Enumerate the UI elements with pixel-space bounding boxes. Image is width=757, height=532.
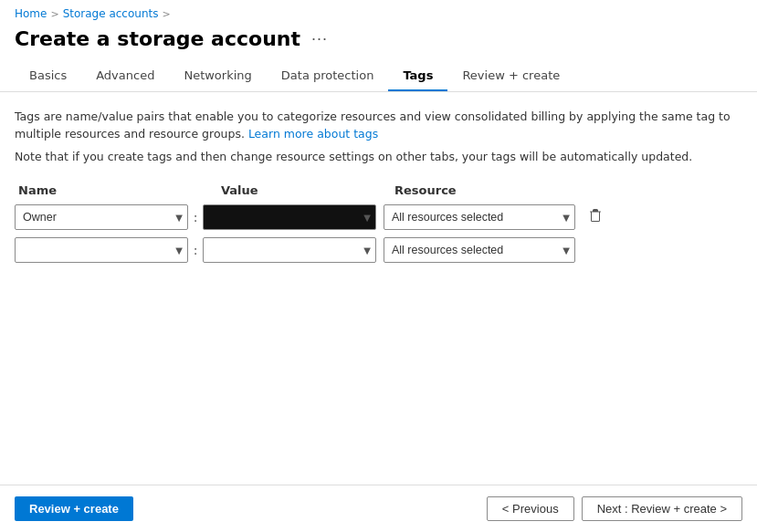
resource-field-2[interactable]: All resources selected ▼	[384, 237, 575, 263]
name-select-2[interactable]	[15, 237, 188, 263]
footer-bar: Review + create < Previous Next : Review…	[0, 485, 757, 532]
page-header: Create a storage account ···	[0, 24, 757, 61]
name-select-1[interactable]: Owner	[15, 204, 188, 230]
value-field-2[interactable]: ▼	[203, 237, 376, 263]
resource-select-2[interactable]: All resources selected	[384, 237, 575, 263]
table-row: Owner ▼ : ▼ All resources	[15, 204, 727, 230]
trash-icon	[588, 209, 603, 224]
breadcrumb-sep1: >	[50, 8, 58, 20]
col-header-name: Name	[15, 183, 188, 197]
tags-header-row: Name Value Resource	[15, 183, 727, 197]
colon-1: :	[188, 210, 203, 224]
learn-more-link[interactable]: Learn more about tags	[248, 127, 378, 141]
breadcrumb-home[interactable]: Home	[15, 7, 47, 20]
previous-button[interactable]: < Previous	[487, 496, 574, 521]
colon-2: :	[188, 243, 203, 257]
table-row: ▼ : ▼ All resources selected	[15, 237, 727, 263]
resource-field-1[interactable]: All resources selected ▼	[384, 204, 575, 230]
tags-table: Name Value Resource Owner ▼ :	[15, 183, 727, 263]
content-area: Tags are name/value pairs that enable yo…	[0, 92, 757, 263]
page-title: Create a storage account	[15, 27, 300, 50]
tabs-bar: Basics Advanced Networking Data protecti…	[0, 61, 757, 92]
tab-tags[interactable]: Tags	[388, 61, 447, 91]
review-create-button[interactable]: Review + create	[15, 496, 133, 521]
tab-networking[interactable]: Networking	[169, 61, 266, 91]
name-field-1[interactable]: Owner ▼	[15, 204, 188, 230]
resource-select-1[interactable]: All resources selected	[384, 204, 575, 230]
tab-data-protection[interactable]: Data protection	[267, 61, 389, 91]
breadcrumb-storage-accounts[interactable]: Storage accounts	[63, 7, 159, 20]
value-field-1[interactable]: ▼	[203, 204, 376, 230]
next-button[interactable]: Next : Review + create >	[582, 496, 742, 521]
tab-advanced[interactable]: Advanced	[81, 61, 169, 91]
description-text: Tags are name/value pairs that enable yo…	[15, 109, 742, 143]
tab-basics[interactable]: Basics	[15, 61, 81, 91]
name-field-2[interactable]: ▼	[15, 237, 188, 263]
tab-review-create[interactable]: Review + create	[447, 61, 574, 91]
breadcrumb-sep2: >	[162, 8, 170, 20]
value-input-1[interactable]	[203, 204, 376, 230]
note-text: Note that if you create tags and then ch…	[15, 149, 742, 166]
col-header-value: Value	[203, 183, 376, 197]
ellipsis-button[interactable]: ···	[308, 27, 331, 50]
delete-row-1-button[interactable]	[581, 205, 610, 230]
col-header-resource: Resource	[376, 183, 568, 197]
breadcrumb: Home > Storage accounts >	[0, 0, 757, 24]
value-input-2[interactable]	[203, 237, 376, 263]
